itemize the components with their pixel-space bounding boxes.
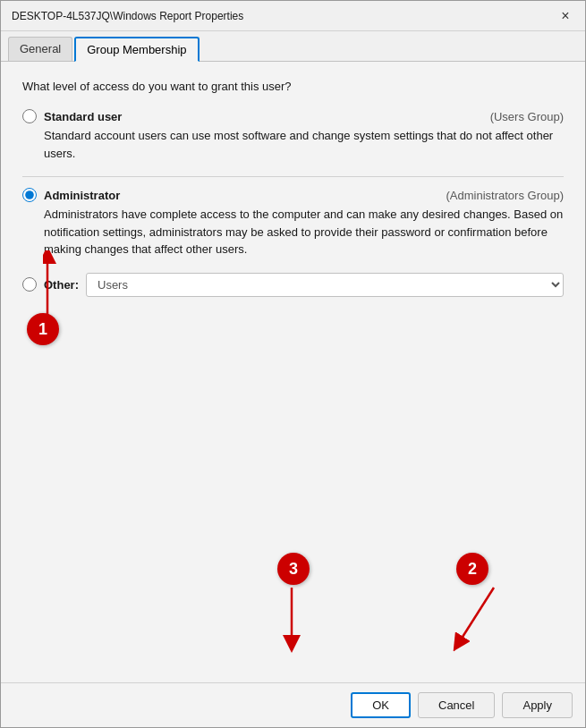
administrator-radio[interactable] [22, 188, 37, 202]
ok-button[interactable]: OK [351, 692, 411, 718]
tab-general[interactable]: General [8, 37, 72, 61]
standard-user-desc: Standard account users can use most soft… [44, 127, 564, 162]
close-button[interactable]: × [553, 6, 578, 26]
standard-user-radio[interactable] [22, 109, 37, 123]
administrator-label: Administrator [44, 189, 120, 202]
other-group-select[interactable]: Users [86, 273, 564, 297]
standard-user-header: Standard user (Users Group) [22, 109, 564, 123]
footer: OK Cancel Apply [1, 682, 585, 727]
standard-user-label: Standard user [44, 110, 122, 123]
divider [22, 176, 564, 177]
access-question: What level of access do you want to gran… [22, 80, 564, 93]
window-title: DESKTOP-4L537JQ\Windows Report Propertie… [12, 10, 243, 22]
tab-bar: General Group Membership [1, 31, 585, 62]
annotation-area [22, 297, 564, 458]
administrator-header: Administrator (Administrators Group) [22, 188, 564, 202]
standard-user-group: (Users Group) [490, 110, 564, 123]
cancel-button[interactable]: Cancel [418, 692, 495, 718]
tab-group-membership[interactable]: Group Membership [74, 37, 199, 62]
administrator-group: (Administrators Group) [446, 189, 564, 202]
other-option: Other: Users [22, 273, 564, 297]
tab-content: What level of access do you want to gran… [1, 62, 585, 682]
other-radio[interactable] [22, 277, 37, 292]
administrator-option: Administrator (Administrators Group) Adm… [22, 188, 564, 258]
properties-dialog: DESKTOP-4L537JQ\Windows Report Propertie… [0, 0, 586, 728]
other-label: Other: [44, 278, 79, 292]
standard-user-option: Standard user (Users Group) Standard acc… [22, 109, 564, 162]
administrator-desc: Administrators have complete access to t… [44, 206, 564, 258]
title-bar: DESKTOP-4L537JQ\Windows Report Propertie… [1, 1, 585, 31]
apply-button[interactable]: Apply [502, 692, 573, 718]
